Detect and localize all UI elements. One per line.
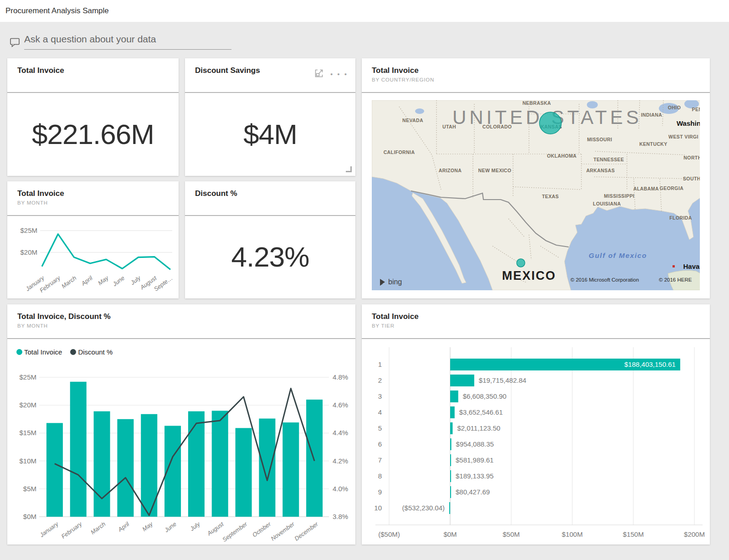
tile-title: Total Invoice, Discount % [17,312,345,321]
title-bar: Procurement Analysis Sample [0,0,729,22]
tile-header: Total Invoice BY MONTH [7,181,179,216]
kpi-value: $4M [243,118,297,150]
svg-text:TEXAS: TEXAS [542,194,559,199]
svg-text:WEST VIRGI: WEST VIRGI [668,134,698,139]
tile-subtitle: BY COUNTRY/REGION [372,77,700,82]
tile-header: Discount Savings • • • [185,58,355,93]
svg-text:$581,989.61: $581,989.61 [456,456,493,464]
svg-text:May: May [97,274,110,286]
svg-text:$2,011,123.50: $2,011,123.50 [457,424,500,432]
svg-text:October: October [251,520,272,539]
svg-text:ARIZONA: ARIZONA [439,168,462,173]
svg-text:$10M: $10M [19,457,36,465]
tile-body: 4.23% [185,216,355,298]
svg-text:CALIFORNIA: CALIFORNIA [384,149,415,155]
svg-text:July: July [188,520,202,532]
kpi-value: 4.23% [231,241,309,273]
tile-header: Total Invoice BY TIER [362,304,710,339]
page-title: Procurement Analysis Sample [5,6,109,15]
svg-text:$19,715,482.84: $19,715,482.84 [479,376,526,384]
svg-text:Havan: Havan [683,262,700,270]
svg-text:$20M: $20M [20,248,37,256]
svg-text:$189,133.95: $189,133.95 [456,472,493,480]
svg-text:ALABAMA: ALABAMA [633,186,659,191]
tile-title: Total Invoice [372,312,700,321]
svg-text:3: 3 [378,392,382,400]
svg-text:© 2016 Microsoft Corporation: © 2016 Microsoft Corporation [570,277,639,283]
svg-text:4.2%: 4.2% [333,457,348,465]
tile-discount-pct[interactable]: Discount % 4.23% [185,181,355,298]
svg-text:May: May [141,520,154,532]
svg-text:Gulf of Mexico: Gulf of Mexico [589,252,647,259]
tile-total-invoice[interactable]: Total Invoice $221.66M [7,58,179,176]
tile-body: $25M$20MJanuaryFebruaryMarchAprilMayJune… [7,216,179,298]
tile-header: Discount % [185,181,355,216]
svg-text:$954,088.35: $954,088.35 [456,440,494,448]
svg-text:November: November [270,520,296,542]
svg-text:$150M: $150M [623,530,644,538]
svg-text:$25M: $25M [20,226,37,234]
svg-text:6: 6 [378,440,382,448]
qa-input[interactable] [24,34,231,50]
svg-text:4.0%: 4.0% [333,485,348,493]
svg-text:TENNESSEE: TENNESSEE [593,157,624,162]
svg-text:bing: bing [388,278,402,286]
bar-chart[interactable]: ($50M)$0M$50M$100M$150M$200M1$188,403,15… [362,339,710,545]
svg-text:4.4%: 4.4% [333,429,348,437]
svg-text:GEORGIA: GEORGIA [660,185,683,191]
tile-invoice-by-month[interactable]: Total Invoice BY MONTH $25M$20MJanuaryFe… [7,181,179,298]
tile-title: Discount % [195,189,345,198]
more-options-icon[interactable]: • • • [330,72,348,77]
svg-text:MISSISSIPPI: MISSISSIPPI [604,193,635,199]
svg-text:4.8%: 4.8% [333,373,348,381]
line-chart[interactable]: $25M$20MJanuaryFebruaryMarchAprilMayJune… [14,216,178,297]
svg-text:9: 9 [378,488,382,496]
tile-body: NEBRASKANEVADAUTAHCOLORADOKANSASOHIOPENI… [362,93,710,298]
svg-text:December: December [293,520,320,542]
svg-text:April: April [80,274,94,288]
svg-text:ARKANSAS: ARKANSAS [586,168,615,173]
tile-title: Total Invoice [17,189,169,198]
svg-text:$5M: $5M [23,485,36,493]
map-lake [415,108,424,114]
svg-text:August: August [205,520,225,537]
svg-text:4: 4 [378,408,382,416]
tile-discount-savings[interactable]: Discount Savings • • • $4M [185,58,355,176]
kpi-value: $221.66M [32,118,154,150]
tile-body: Total Invoice Discount % $25M4.8%$20M4.6… [7,339,355,545]
tile-tier-chart[interactable]: Total Invoice BY TIER ($50M)$0M$50M$100M… [362,304,710,545]
svg-text:10: 10 [374,504,382,512]
resize-handle[interactable] [346,166,352,172]
map[interactable]: NEBRASKANEVADAUTAHCOLORADOKANSASOHIOPENI… [372,100,700,290]
tile-header: Total Invoice, Discount % BY MONTH [7,304,355,339]
svg-text:$6,608,350.90: $6,608,350.90 [463,392,507,400]
svg-text:$3,652,546.61: $3,652,546.61 [459,408,503,416]
svg-text:June: June [163,520,177,534]
svg-text:$188,403,150.61: $188,403,150.61 [624,360,676,368]
tile-subtitle: BY MONTH [17,200,169,206]
svg-text:SOUTH C: SOUTH C [683,176,700,181]
tile-header: Total Invoice [7,58,179,93]
tile-body: ($50M)$0M$50M$100M$150M$200M1$188,403,15… [362,339,710,545]
svg-text:February: February [60,520,84,540]
svg-text:KENTUCKY: KENTUCKY [639,141,667,147]
svg-text:8: 8 [378,472,382,480]
svg-text:1: 1 [378,360,382,368]
svg-text:$50M: $50M [503,530,520,538]
tile-combo-chart[interactable]: Total Invoice, Discount % BY MONTH Total… [7,304,355,545]
svg-text:NEW MEXICO: NEW MEXICO [478,168,512,173]
svg-text:April: April [117,520,131,534]
tile-title: Total Invoice [17,66,169,75]
tile-header: Total Invoice BY COUNTRY/REGION [362,58,710,93]
svg-text:September: September [221,520,249,543]
svg-text:INDIANA: INDIANA [641,112,662,118]
svg-text:$0M: $0M [443,530,457,538]
focus-mode-icon[interactable] [314,68,324,80]
svg-text:$15M: $15M [19,429,36,437]
svg-text:OHIO: OHIO [668,105,681,110]
svg-text:($50M): ($50M) [378,530,400,538]
tile-map[interactable]: Total Invoice BY COUNTRY/REGION [362,58,710,298]
svg-text:March: March [60,274,77,289]
speech-bubble-icon [9,36,21,50]
combo-chart[interactable]: $25M4.8%$20M4.6%$15M4.4%$10M4.2%$5M4.0%$… [7,339,355,545]
